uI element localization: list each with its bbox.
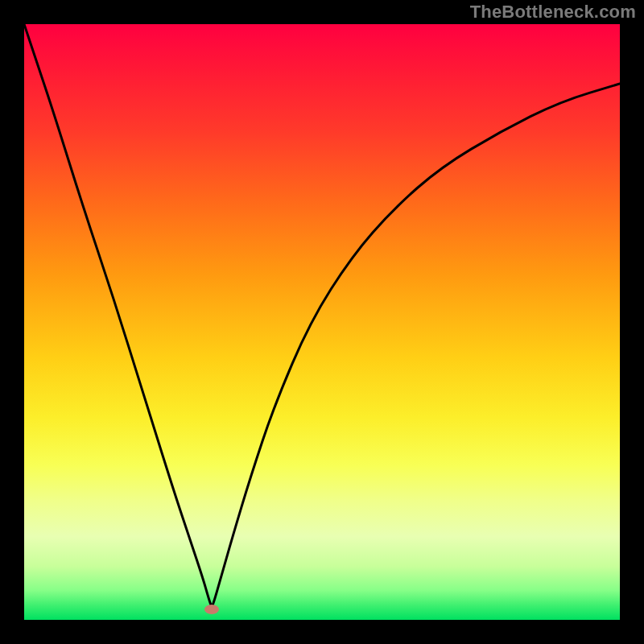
curve-layer — [24, 24, 620, 620]
chart-frame: TheBottleneck.com — [0, 0, 644, 644]
watermark-text: TheBottleneck.com — [470, 2, 636, 23]
minimum-marker — [204, 605, 219, 614]
bottleneck-curve — [24, 24, 620, 605]
plot-area — [24, 24, 620, 620]
